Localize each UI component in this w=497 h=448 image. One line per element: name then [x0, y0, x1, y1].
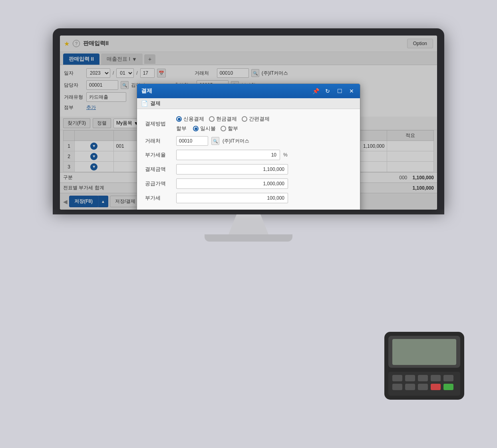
dialog-supply-row: 공급가액 [145, 178, 352, 189]
radio-installment-circle [221, 126, 226, 131]
dialog-vat-input[interactable] [176, 193, 288, 203]
payment-method-row: 결제방법 신용결제 [145, 115, 352, 132]
app-container: ★ ? 판매입력II Option 판매입력 II 매출전표 I ▼ + [60, 36, 437, 210]
svg-rect-2 [392, 339, 456, 365]
dialog-pin-icon[interactable]: 📌 [311, 87, 320, 95]
dialog-partner-code[interactable] [176, 136, 208, 146]
radio-simple-circle [242, 116, 247, 122]
svg-rect-7 [431, 375, 441, 381]
payment-dialog: 결제 📌 ↻ ☐ ✕ 📄 결제 [137, 83, 360, 210]
payment-method-label: 결제방법 [145, 120, 173, 127]
dialog-titlebar: 결제 📌 ↻ ☐ ✕ [137, 84, 360, 98]
installment-label: 할부 [176, 125, 188, 132]
dialog-refresh-icon[interactable]: ↻ [323, 87, 332, 95]
dialog-toolbar: 📄 결제 [137, 98, 360, 109]
radio-credit[interactable]: 신용결제 [176, 115, 204, 123]
dialog-supply-input[interactable] [176, 178, 288, 189]
dialog-payment-amount-label: 결제금액 [145, 166, 173, 173]
radio-full-circle [193, 126, 199, 131]
dialog-close-icon[interactable]: ✕ [347, 87, 356, 95]
dialog-partner-row: 거래처 🔍 (주)IT커머스 [145, 136, 352, 146]
dialog-vat-label: 부가세 [145, 194, 173, 202]
dialog-payment-amount-input[interactable] [176, 164, 288, 174]
dialog-tax-rate-row: 부가세율 % [145, 150, 352, 160]
radio-cash[interactable]: 현금결제 [209, 115, 237, 123]
pos-terminal [368, 320, 480, 408]
svg-rect-12 [431, 384, 441, 390]
svg-rect-13 [443, 384, 453, 390]
radio-credit-circle [176, 116, 182, 122]
radio-cash-circle [209, 116, 215, 122]
dialog-partner-name: (주)IT커머스 [223, 138, 249, 145]
payment-type-group: 신용결제 현금결제 간편결제 [176, 115, 270, 123]
dialog-restore-icon[interactable]: ☐ [335, 87, 344, 95]
radio-simple[interactable]: 간편결제 [242, 115, 270, 123]
dialog-payment-amount-row: 결제금액 [145, 164, 352, 174]
svg-rect-11 [418, 384, 428, 390]
monitor: ★ ? 판매입력II Option 판매입력 II 매출전표 I ▼ + [53, 28, 444, 210]
dialog-overlay: 결제 📌 ↻ ☐ ✕ 📄 결제 [60, 36, 437, 210]
radio-full[interactable]: 일시불 [193, 125, 216, 132]
svg-rect-6 [418, 375, 428, 381]
dialog-vat-row: 부가세 [145, 193, 352, 203]
monitor-foot [205, 234, 292, 242]
dialog-title: 결제 [141, 87, 308, 95]
svg-rect-5 [405, 375, 415, 381]
dialog-partner-search[interactable]: 🔍 [211, 137, 219, 145]
dialog-tax-rate-label: 부가세율 [145, 151, 173, 159]
dialog-doc-icon: 📄 [141, 100, 148, 107]
svg-rect-4 [392, 375, 402, 381]
radio-installment[interactable]: 할부 [221, 125, 238, 132]
dialog-tax-rate-unit: % [283, 152, 288, 158]
dialog-supply-label: 공급가액 [145, 180, 173, 187]
monitor-stand [53, 210, 444, 242]
screen: ★ ? 판매입력II Option 판매입력 II 매출전표 I ▼ + [60, 36, 437, 210]
dialog-tax-rate-input[interactable] [176, 150, 280, 160]
svg-rect-9 [392, 384, 402, 390]
svg-rect-10 [405, 384, 415, 390]
dialog-partner-label: 거래처 [145, 137, 173, 145]
svg-rect-8 [443, 375, 453, 381]
dialog-toolbar-label: 결제 [150, 100, 161, 107]
installment-group: 할부 일시불 할부 [176, 125, 270, 132]
monitor-neck [229, 214, 268, 234]
dialog-body: 결제방법 신용결제 [137, 109, 360, 210]
